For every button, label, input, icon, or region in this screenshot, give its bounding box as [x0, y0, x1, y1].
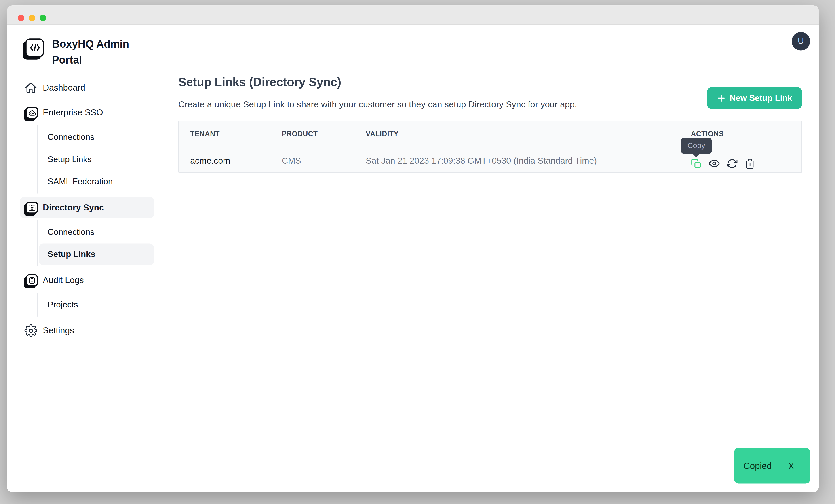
sidebar-subgroup-audit-logs: Projects — [37, 293, 154, 317]
plus-icon — [716, 94, 725, 102]
home-icon — [24, 81, 38, 95]
copy-tooltip: Copy — [681, 138, 712, 154]
sidebar-nav: Dashboard — [7, 77, 159, 341]
window-titlebar — [7, 5, 819, 25]
row-actions: Copy — [691, 145, 801, 173]
top-header: U — [159, 25, 819, 58]
close-window-button[interactable] — [18, 14, 24, 21]
app-logo[interactable]: BoxyHQ Admin Portal — [7, 36, 159, 68]
sidebar-item-label: Directory Sync — [43, 203, 104, 213]
sidebar-item-dashboard[interactable]: Dashboard — [20, 77, 154, 99]
sidebar-subgroup-directory-sync: Connections Setup Links — [37, 220, 154, 266]
sidebar-item-sso-setup-links[interactable]: Setup Links — [39, 148, 154, 170]
cloud-key-icon — [24, 106, 38, 120]
main-area: U Setup Links (Directory Sync) Create a … — [159, 25, 819, 492]
copy-icon[interactable]: Copy — [691, 158, 701, 169]
page-title: Setup Links (Directory Sync) — [178, 75, 802, 89]
sidebar-item-label: Settings — [43, 326, 74, 336]
maximize-window-button[interactable] — [40, 14, 46, 21]
gear-icon — [24, 324, 38, 338]
sidebar-item-label: Dashboard — [43, 83, 85, 93]
toast-message: Copied — [744, 461, 772, 471]
app-body: BoxyHQ Admin Portal Dashboard — [7, 25, 819, 492]
toast-success: Copied X — [734, 448, 810, 484]
sidebar-item-projects[interactable]: Projects — [39, 294, 154, 316]
folder-sync-icon — [24, 201, 38, 215]
sidebar-item-enterprise-sso[interactable]: Enterprise SSO — [20, 102, 154, 124]
avatar[interactable]: U — [792, 32, 810, 50]
new-setup-link-button-label: New Setup Link — [730, 93, 792, 103]
trash-icon[interactable] — [745, 158, 755, 169]
sidebar-item-dsync-connections[interactable]: Connections — [39, 221, 154, 243]
setup-links-table: TENANT PRODUCT VALIDITY ACTIONS acme.com… — [178, 121, 802, 173]
minimize-window-button[interactable] — [28, 14, 35, 21]
desktop: BoxyHQ Admin Portal Dashboard — [0, 0, 835, 504]
sidebar-item-label: Audit Logs — [43, 276, 84, 285]
sidebar-item-settings[interactable]: Settings — [20, 320, 154, 341]
app-title: BoxyHQ Admin Portal — [52, 36, 134, 68]
app-window: BoxyHQ Admin Portal Dashboard — [7, 5, 819, 492]
cell-validity: Sat Jan 21 2023 17:09:38 GMT+0530 (India… — [366, 145, 691, 173]
sidebar-item-audit-logs[interactable]: Audit Logs — [20, 269, 154, 291]
code-badge-icon — [25, 38, 44, 57]
sidebar-item-saml-federation[interactable]: SAML Federation — [39, 171, 154, 193]
page-content: Setup Links (Directory Sync) Create a un… — [159, 75, 819, 173]
column-header-product: PRODUCT — [282, 121, 366, 145]
column-header-validity: VALIDITY — [366, 121, 691, 145]
sidebar: BoxyHQ Admin Portal Dashboard — [7, 25, 159, 492]
sidebar-item-sso-connections[interactable]: Connections — [39, 126, 154, 148]
eye-icon[interactable] — [709, 158, 719, 169]
cell-tenant: acme.com — [190, 145, 282, 173]
clipboard-icon — [24, 273, 38, 287]
regenerate-icon[interactable] — [727, 158, 737, 169]
table-row: acme.com CMS Sat Jan 21 2023 17:09:38 GM… — [179, 145, 801, 173]
sidebar-item-dsync-setup-links[interactable]: Setup Links — [39, 243, 154, 265]
sidebar-item-label: Enterprise SSO — [43, 108, 103, 118]
new-setup-link-button[interactable]: New Setup Link — [707, 87, 802, 109]
sidebar-subgroup-enterprise-sso: Connections Setup Links SAML Federation — [37, 125, 154, 194]
cell-product: CMS — [282, 145, 366, 173]
sidebar-item-directory-sync[interactable]: Directory Sync — [20, 197, 154, 219]
toast-close-icon[interactable]: X — [788, 461, 794, 470]
column-header-tenant: TENANT — [190, 121, 282, 145]
